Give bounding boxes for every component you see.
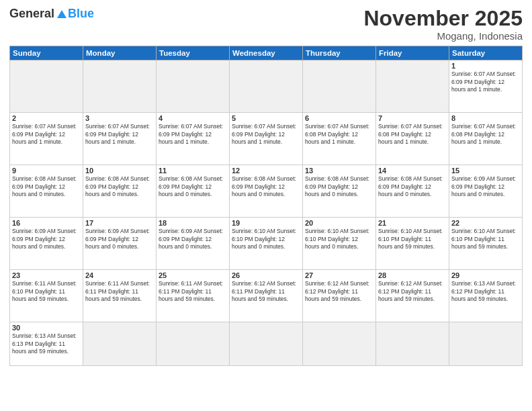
table-row: 14Sunrise: 6:08 AM Sunset: 6:09 PM Dayli… xyxy=(376,165,449,218)
day-number: 8 xyxy=(451,114,520,122)
calendar-week-row: 30Sunrise: 6:13 AM Sunset: 6:13 PM Dayli… xyxy=(10,322,523,366)
table-row: 10Sunrise: 6:08 AM Sunset: 6:09 PM Dayli… xyxy=(83,165,157,218)
table-row: 16Sunrise: 6:09 AM Sunset: 6:09 PM Dayli… xyxy=(10,218,83,270)
day-number: 29 xyxy=(451,271,520,279)
day-number: 5 xyxy=(232,114,300,122)
day-info: Sunrise: 6:07 AM Sunset: 6:08 PM Dayligh… xyxy=(378,123,447,146)
day-info: Sunrise: 6:07 AM Sunset: 6:09 PM Dayligh… xyxy=(85,123,154,146)
day-number: 17 xyxy=(85,219,154,227)
day-info: Sunrise: 6:08 AM Sunset: 6:09 PM Dayligh… xyxy=(85,175,154,198)
day-number: 30 xyxy=(12,324,81,332)
day-number: 28 xyxy=(378,271,447,279)
table-row: 22Sunrise: 6:10 AM Sunset: 6:10 PM Dayli… xyxy=(449,218,523,270)
table-row: 23Sunrise: 6:11 AM Sunset: 6:10 PM Dayli… xyxy=(10,270,83,322)
logo-area: General Blue xyxy=(9,7,94,21)
table-row: 11Sunrise: 6:08 AM Sunset: 6:09 PM Dayli… xyxy=(157,165,230,218)
page-header: General Blue November 2025 Mogang, Indon… xyxy=(9,7,523,42)
day-info: Sunrise: 6:10 AM Sunset: 6:10 PM Dayligh… xyxy=(451,228,520,250)
table-row: 17Sunrise: 6:09 AM Sunset: 6:09 PM Dayli… xyxy=(83,218,157,270)
day-info: Sunrise: 6:12 AM Sunset: 6:12 PM Dayligh… xyxy=(305,280,373,303)
table-row: 26Sunrise: 6:12 AM Sunset: 6:11 PM Dayli… xyxy=(230,270,303,322)
table-row xyxy=(230,322,303,366)
col-sunday: Sunday xyxy=(10,46,83,60)
table-row: 9Sunrise: 6:08 AM Sunset: 6:09 PM Daylig… xyxy=(10,165,83,218)
day-info: Sunrise: 6:09 AM Sunset: 6:09 PM Dayligh… xyxy=(451,175,520,198)
logo-blue: Blue xyxy=(68,7,94,21)
table-row: 6Sunrise: 6:07 AM Sunset: 6:08 PM Daylig… xyxy=(303,113,376,165)
day-info: Sunrise: 6:08 AM Sunset: 6:09 PM Dayligh… xyxy=(378,175,447,198)
col-friday: Friday xyxy=(376,46,449,60)
day-number: 7 xyxy=(378,114,447,122)
col-tuesday: Tuesday xyxy=(157,46,230,60)
day-number: 4 xyxy=(159,114,227,122)
day-info: Sunrise: 6:11 AM Sunset: 6:11 PM Dayligh… xyxy=(85,280,154,303)
day-info: Sunrise: 6:09 AM Sunset: 6:09 PM Dayligh… xyxy=(12,228,81,250)
table-row xyxy=(157,322,230,366)
table-row xyxy=(230,60,303,113)
col-saturday: Saturday xyxy=(449,46,523,60)
table-row xyxy=(83,322,157,366)
table-row: 18Sunrise: 6:09 AM Sunset: 6:09 PM Dayli… xyxy=(157,218,230,270)
day-info: Sunrise: 6:10 AM Sunset: 6:10 PM Dayligh… xyxy=(378,228,447,250)
table-row xyxy=(83,60,157,113)
table-row xyxy=(10,60,83,113)
day-info: Sunrise: 6:10 AM Sunset: 6:10 PM Dayligh… xyxy=(305,228,373,250)
day-info: Sunrise: 6:08 AM Sunset: 6:09 PM Dayligh… xyxy=(305,175,373,198)
day-info: Sunrise: 6:07 AM Sunset: 6:08 PM Dayligh… xyxy=(305,123,373,146)
logo-general: General xyxy=(9,7,54,21)
table-row: 3Sunrise: 6:07 AM Sunset: 6:09 PM Daylig… xyxy=(83,113,157,165)
day-number: 1 xyxy=(451,62,520,70)
day-info: Sunrise: 6:09 AM Sunset: 6:09 PM Dayligh… xyxy=(85,228,154,250)
table-row: 25Sunrise: 6:11 AM Sunset: 6:11 PM Dayli… xyxy=(157,270,230,322)
month-title: November 2025 xyxy=(363,7,523,30)
day-number: 21 xyxy=(378,219,447,227)
calendar-week-row: 1Sunrise: 6:07 AM Sunset: 6:09 PM Daylig… xyxy=(10,60,523,113)
col-monday: Monday xyxy=(83,46,157,60)
table-row: 30Sunrise: 6:13 AM Sunset: 6:13 PM Dayli… xyxy=(10,322,83,366)
calendar: Sunday Monday Tuesday Wednesday Thursday… xyxy=(9,46,523,366)
table-row: 27Sunrise: 6:12 AM Sunset: 6:12 PM Dayli… xyxy=(303,270,376,322)
day-number: 20 xyxy=(305,219,373,227)
day-number: 16 xyxy=(12,219,81,227)
day-info: Sunrise: 6:07 AM Sunset: 6:09 PM Dayligh… xyxy=(159,123,227,146)
table-row: 8Sunrise: 6:07 AM Sunset: 6:08 PM Daylig… xyxy=(449,113,523,165)
day-number: 24 xyxy=(85,271,154,279)
day-info: Sunrise: 6:07 AM Sunset: 6:09 PM Dayligh… xyxy=(12,123,81,146)
day-info: Sunrise: 6:07 AM Sunset: 6:08 PM Dayligh… xyxy=(451,123,520,146)
calendar-header-row: Sunday Monday Tuesday Wednesday Thursday… xyxy=(10,46,523,60)
day-number: 12 xyxy=(232,167,300,175)
col-wednesday: Wednesday xyxy=(230,46,303,60)
table-row: 2Sunrise: 6:07 AM Sunset: 6:09 PM Daylig… xyxy=(10,113,83,165)
day-info: Sunrise: 6:07 AM Sunset: 6:09 PM Dayligh… xyxy=(232,123,300,146)
day-number: 22 xyxy=(451,219,520,227)
calendar-week-row: 16Sunrise: 6:09 AM Sunset: 6:09 PM Dayli… xyxy=(10,218,523,270)
table-row xyxy=(376,322,449,366)
day-number: 11 xyxy=(159,167,227,175)
day-info: Sunrise: 6:12 AM Sunset: 6:12 PM Dayligh… xyxy=(378,280,447,303)
day-number: 2 xyxy=(12,114,81,122)
day-info: Sunrise: 6:11 AM Sunset: 6:11 PM Dayligh… xyxy=(159,280,227,303)
day-info: Sunrise: 6:09 AM Sunset: 6:09 PM Dayligh… xyxy=(159,228,227,250)
day-info: Sunrise: 6:08 AM Sunset: 6:09 PM Dayligh… xyxy=(159,175,227,198)
day-info: Sunrise: 6:13 AM Sunset: 6:12 PM Dayligh… xyxy=(451,280,520,303)
table-row xyxy=(376,60,449,113)
day-number: 9 xyxy=(12,167,81,175)
day-number: 13 xyxy=(305,167,373,175)
col-thursday: Thursday xyxy=(303,46,376,60)
calendar-week-row: 23Sunrise: 6:11 AM Sunset: 6:10 PM Dayli… xyxy=(10,270,523,322)
table-row: 19Sunrise: 6:10 AM Sunset: 6:10 PM Dayli… xyxy=(230,218,303,270)
table-row: 29Sunrise: 6:13 AM Sunset: 6:12 PM Dayli… xyxy=(449,270,523,322)
logo: General Blue xyxy=(9,7,94,21)
table-row: 20Sunrise: 6:10 AM Sunset: 6:10 PM Dayli… xyxy=(303,218,376,270)
table-row: 7Sunrise: 6:07 AM Sunset: 6:08 PM Daylig… xyxy=(376,113,449,165)
table-row: 13Sunrise: 6:08 AM Sunset: 6:09 PM Dayli… xyxy=(303,165,376,218)
table-row: 5Sunrise: 6:07 AM Sunset: 6:09 PM Daylig… xyxy=(230,113,303,165)
day-info: Sunrise: 6:12 AM Sunset: 6:11 PM Dayligh… xyxy=(232,280,300,303)
table-row xyxy=(157,60,230,113)
day-info: Sunrise: 6:13 AM Sunset: 6:13 PM Dayligh… xyxy=(12,332,81,355)
table-row: 1Sunrise: 6:07 AM Sunset: 6:09 PM Daylig… xyxy=(449,60,523,113)
day-number: 25 xyxy=(159,271,227,279)
day-number: 27 xyxy=(305,271,373,279)
day-number: 26 xyxy=(232,271,300,279)
table-row xyxy=(449,322,523,366)
